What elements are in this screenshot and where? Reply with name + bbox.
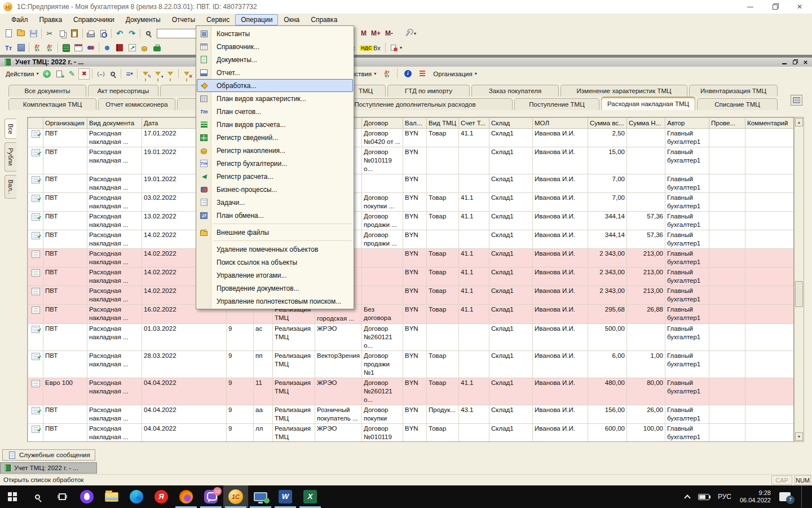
cell-doc[interactable]: Расходная накладная ...	[87, 129, 142, 147]
cell-mol[interactable]: Иванова И.И.	[533, 174, 588, 193]
cell-doc[interactable]: Расходная накладная ...	[87, 174, 142, 193]
copy-item-icon[interactable]	[54, 68, 65, 80]
menubar-item-7[interactable]: Окна	[278, 14, 305, 25]
cell-c2[interactable]: пп	[254, 351, 273, 378]
cell-comment[interactable]	[745, 129, 795, 147]
table-row[interactable]: ПВТРасходная накладная ...19.01.2022BYNС…	[28, 174, 795, 193]
cell-schet[interactable]: 41.1	[459, 212, 489, 230]
filter-settings-icon[interactable]	[140, 68, 151, 80]
column-header-16[interactable]: Автор	[665, 118, 709, 129]
cell-org[interactable]: ПВТ	[43, 268, 87, 286]
cell-author[interactable]: Главный бухгалтер1	[665, 286, 709, 305]
cell-sklad[interactable]: Склад1	[489, 147, 533, 174]
operations-menu-item-17[interactable]: Поиск ссылок на объекты	[196, 256, 354, 269]
operations-menu-item-18[interactable]: Управление итогами...	[196, 269, 354, 282]
tab-r2-6[interactable]: Списание ТМЦ	[697, 98, 778, 110]
cell-nds[interactable]	[627, 129, 665, 147]
cell-sklad[interactable]: Склад1	[489, 174, 533, 193]
cell-mol[interactable]: Иванова И.И.	[533, 324, 588, 351]
cell-vid[interactable]: Товар	[427, 212, 459, 230]
cell-check[interactable]	[709, 324, 745, 351]
word-taskbar-button[interactable]	[273, 485, 298, 508]
nds-chip[interactable]: НДС	[360, 45, 373, 51]
cell-dog[interactable]: Договор №260121 о...	[362, 324, 403, 351]
cell-nds[interactable]: 57,36	[627, 212, 665, 230]
filter-icon[interactable]	[152, 68, 164, 80]
cell-sklad[interactable]: Склад1	[489, 268, 533, 286]
money-icon[interactable]	[139, 42, 150, 54]
cell-op[interactable]: Реализация ТМЦ	[273, 405, 315, 424]
scroll-thumb[interactable]	[795, 281, 803, 307]
cell-sklad[interactable]: Склад1	[489, 305, 533, 324]
toolbar2-caret-icon[interactable]: ▾	[400, 45, 402, 50]
language-indicator[interactable]: РУС	[718, 493, 731, 501]
cell-sum[interactable]: 600,00	[588, 424, 627, 443]
cell-check[interactable]	[709, 249, 745, 268]
cell-schet[interactable]	[459, 424, 489, 443]
person-icon[interactable]	[102, 42, 113, 54]
cell-mol[interactable]: Иванова И.И.	[533, 286, 588, 305]
cell-val[interactable]: BYN	[403, 378, 427, 405]
cell-vid[interactable]: Товар	[427, 305, 459, 324]
cell-op[interactable]: Реализация ТМЦ	[273, 424, 315, 443]
tab-r1-5[interactable]: Заказ покупателя	[471, 85, 559, 97]
cell-nds[interactable]: 213,00	[627, 286, 665, 305]
cell-org[interactable]: ПВТ	[43, 424, 87, 443]
table-row[interactable]: ПВТРасходная накладная ...19.01.2022Дого…	[28, 147, 795, 174]
show-desktop-button[interactable]	[801, 485, 804, 508]
save-icon[interactable]	[28, 28, 39, 39]
column-header-8[interactable]: Договор	[362, 118, 403, 129]
cell-vid[interactable]	[427, 147, 459, 174]
delete-icon[interactable]	[78, 68, 90, 80]
print-icon[interactable]	[85, 28, 96, 39]
cell-check[interactable]	[709, 212, 745, 230]
side-tab-2[interactable]: Вал..	[5, 175, 16, 199]
tab-r2-5[interactable]: Расходная накладная ТМЦ	[601, 97, 695, 110]
redo-icon[interactable]	[126, 28, 138, 39]
cell-comment[interactable]	[745, 405, 795, 424]
column-header-18[interactable]: Комментарий	[745, 118, 795, 129]
row-state-cell[interactable]	[28, 378, 43, 405]
cell-val[interactable]: BYN	[403, 351, 427, 378]
cell-author[interactable]: Главный бухгалтер1	[665, 249, 709, 268]
filter-by-value-icon[interactable]	[165, 68, 176, 80]
cell-contr[interactable]: Розничный покупатель ...	[315, 405, 362, 424]
column-header-17[interactable]: Прове...	[709, 118, 745, 129]
cell-schet[interactable]: 43.1	[459, 405, 489, 424]
calculator-icon[interactable]	[60, 42, 72, 54]
calendar-icon[interactable]	[73, 42, 84, 54]
operations-menu-item-0[interactable]: Константы	[196, 27, 354, 40]
menubar-item-2[interactable]: Справочники	[68, 14, 120, 25]
cell-mol[interactable]: Иванова И.И.	[533, 129, 588, 147]
onec-taskbar-button[interactable]	[223, 485, 248, 508]
sort-icon[interactable]	[123, 68, 135, 80]
cell-dog[interactable]: Договор покупки	[362, 405, 403, 424]
cell-schet[interactable]: 41.1	[459, 305, 489, 324]
cell-schet[interactable]	[459, 324, 489, 351]
tray-expand-icon[interactable]	[684, 494, 690, 501]
cell-org[interactable]: ПВТ	[43, 212, 87, 230]
cell-sum[interactable]: 7,00	[588, 193, 627, 212]
structure-icon[interactable]	[15, 42, 27, 54]
print-preview-icon[interactable]	[98, 28, 109, 39]
cell-dog[interactable]: Договор №010119 о...	[362, 424, 403, 443]
column-header-1[interactable]: Организация	[43, 118, 87, 129]
cell-comment[interactable]	[745, 351, 795, 378]
chart-of-accounts-icon[interactable]	[3, 42, 14, 54]
cell-check[interactable]	[709, 286, 745, 305]
cell-val[interactable]: BYN	[403, 147, 427, 174]
cell-author[interactable]: Главный бухгалтер1	[665, 212, 709, 230]
journal-icon[interactable]	[114, 42, 125, 54]
memory-button-0[interactable]: M	[361, 29, 367, 37]
row-state-cell[interactable]	[28, 351, 43, 378]
user-log-icon[interactable]	[387, 42, 399, 54]
table-row[interactable]: ПВТРасходная накладная ...14.02.2022BYNТ…	[28, 249, 795, 268]
menubar-item-0[interactable]: Файл	[6, 14, 34, 25]
row-state-cell[interactable]	[28, 268, 43, 286]
cell-vid[interactable]	[427, 230, 459, 249]
menubar-item-6[interactable]: Операции	[235, 14, 278, 25]
cell-c2[interactable]: ас	[254, 324, 273, 351]
operations-menu-item-4[interactable]: Обработка...	[197, 79, 353, 92]
cell-schet[interactable]	[459, 147, 489, 174]
dt-kt-icon[interactable]	[32, 42, 43, 54]
